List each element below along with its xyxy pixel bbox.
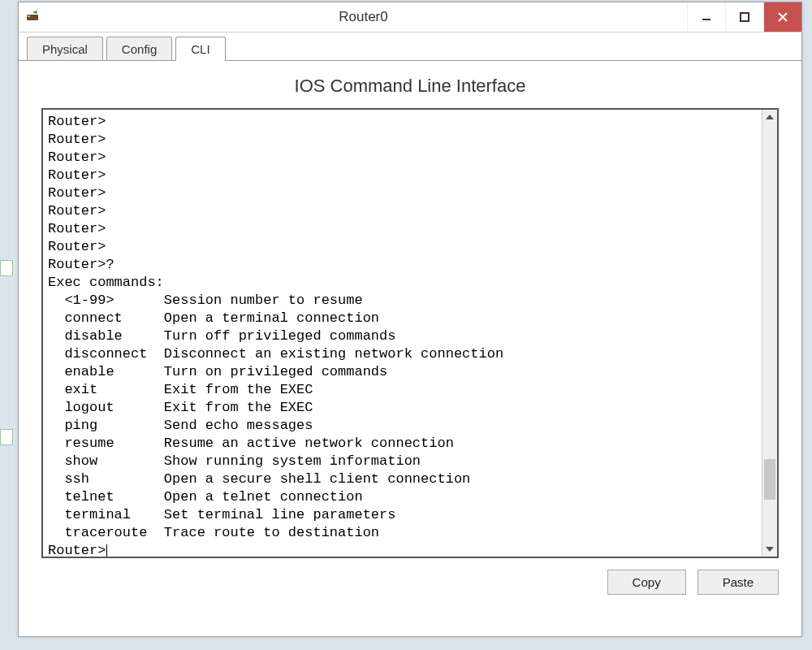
maximize-button[interactable] (725, 2, 763, 32)
router-window: Router0 Physical Config CLI IOS Command … (18, 2, 802, 637)
scroll-up-icon[interactable] (762, 110, 777, 124)
background-decor (0, 260, 13, 276)
svg-rect-1 (28, 15, 30, 17)
panel-title: IOS Command Line Interface (41, 76, 779, 97)
terminal-container: Router> Router> Router> Router> Router> … (41, 108, 779, 558)
window-buttons (687, 2, 801, 32)
paste-button[interactable]: Paste (698, 570, 779, 595)
svg-marker-7 (766, 547, 774, 552)
tab-row: Physical Config CLI (19, 32, 801, 61)
terminal-scrollbar[interactable] (762, 110, 777, 557)
copy-button[interactable]: Copy (607, 570, 686, 595)
titlebar[interactable]: Router0 (19, 2, 801, 32)
scroll-thumb[interactable] (764, 459, 775, 500)
minimize-button[interactable] (687, 2, 725, 32)
svg-rect-3 (741, 13, 749, 21)
button-row: Copy Paste (41, 570, 779, 595)
tab-physical[interactable]: Physical (27, 37, 103, 60)
scroll-down-icon[interactable] (762, 542, 777, 557)
cli-panel: IOS Command Line Interface Router> Route… (19, 61, 801, 608)
window-title: Router0 (40, 9, 687, 25)
terminal-output[interactable]: Router> Router> Router> Router> Router> … (43, 110, 762, 557)
svg-marker-6 (766, 115, 774, 119)
app-icon (25, 10, 40, 24)
tab-cli[interactable]: CLI (175, 37, 225, 61)
background-decor (0, 429, 13, 445)
close-button[interactable] (763, 2, 801, 32)
tab-config[interactable]: Config (106, 37, 172, 60)
